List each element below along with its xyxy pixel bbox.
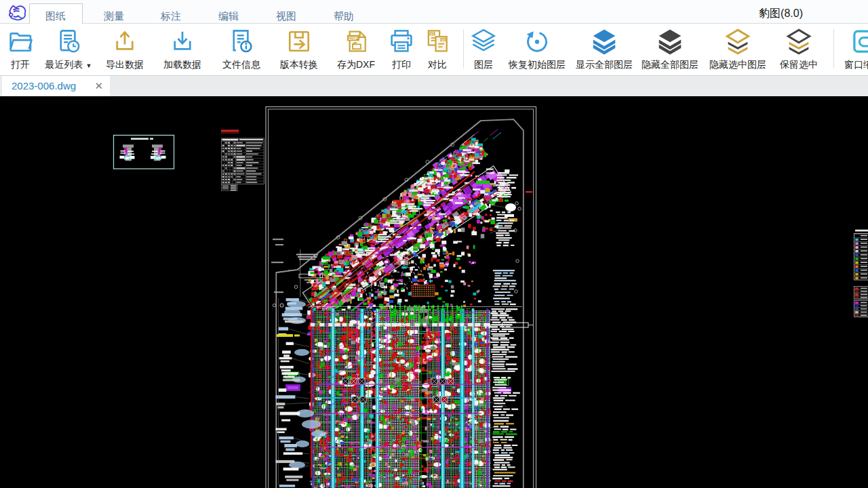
svg-text:V2: V2 (441, 39, 445, 42)
svg-text:DXF: DXF (349, 36, 359, 41)
svg-text:V1: V1 (431, 33, 435, 36)
